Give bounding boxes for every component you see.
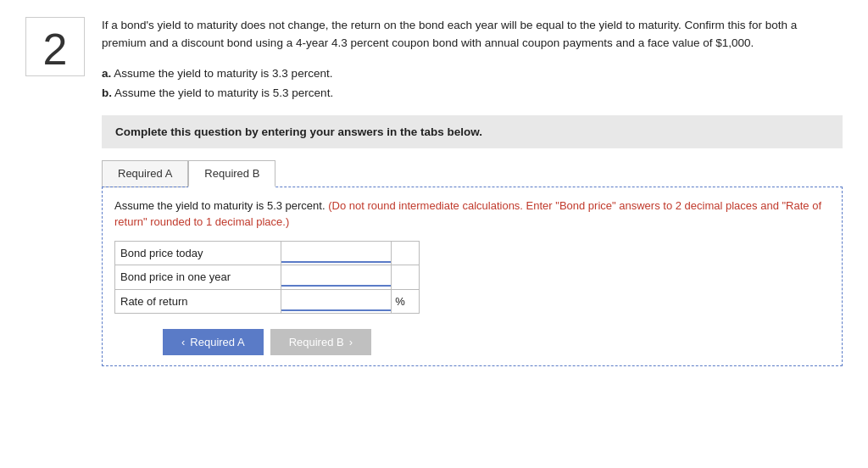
- assumptions: a. Assume the yield to maturity is 3.3 p…: [102, 64, 843, 103]
- row-input-cell-2[interactable]: [281, 289, 392, 314]
- table-row: Bond price today: [115, 241, 420, 265]
- tab-required-b[interactable]: Required B: [188, 160, 275, 187]
- data-table-wrapper: Bond price todayBond price in one yearRa…: [114, 241, 420, 315]
- tab-instruction: Assume the yield to maturity is 5.3 perc…: [114, 198, 830, 231]
- content-area: If a bond's yield to maturity does not c…: [102, 17, 843, 366]
- next-button[interactable]: Required B ›: [270, 329, 371, 355]
- intro-text: If a bond's yield to maturity does not c…: [102, 17, 843, 53]
- row-input-1[interactable]: [281, 267, 392, 287]
- assumption-a: a. Assume the yield to maturity is 3.3 p…: [102, 64, 843, 84]
- row-label-1: Bond price in one year: [115, 265, 281, 290]
- prev-arrow-icon: ‹: [181, 336, 185, 348]
- row-input-0[interactable]: [281, 243, 392, 263]
- row-label-2: Rate of return: [115, 289, 281, 314]
- assumption-b: b. Assume the yield to maturity is 5.3 p…: [102, 84, 843, 103]
- instruction-box: Complete this question by entering your …: [102, 115, 843, 148]
- row-input-cell-0[interactable]: [281, 241, 392, 265]
- tab-required-a[interactable]: Required A: [102, 160, 188, 187]
- row-label-0: Bond price today: [115, 241, 281, 265]
- next-button-label: Required B: [289, 336, 344, 348]
- tab-content: Assume the yield to maturity is 5.3 perc…: [102, 187, 843, 367]
- row-input-2[interactable]: [281, 292, 392, 311]
- instruction-text: Complete this question by entering your …: [115, 125, 482, 138]
- assumption-b-text: Assume the yield to maturity is 5.3 perc…: [114, 86, 333, 99]
- assumption-b-label: b.: [102, 86, 112, 99]
- prev-button-label: Required A: [190, 336, 244, 348]
- bottom-nav: ‹ Required A Required B ›: [114, 329, 420, 355]
- tab-row: Required A Required B: [102, 160, 843, 187]
- assumption-a-text: Assume the yield to maturity is 3.3 perc…: [114, 67, 332, 80]
- next-arrow-icon: ›: [349, 336, 353, 348]
- assumption-a-label: a.: [102, 67, 111, 80]
- prev-button[interactable]: ‹ Required A: [163, 329, 264, 355]
- row-unit-1: [392, 265, 420, 290]
- table-row: Bond price in one year: [115, 265, 420, 290]
- question-number: 2: [25, 17, 85, 76]
- data-table: Bond price todayBond price in one yearRa…: [114, 241, 420, 315]
- row-unit-0: [392, 241, 420, 265]
- table-row: Rate of return%: [115, 289, 420, 314]
- row-input-cell-1[interactable]: [281, 265, 392, 290]
- row-unit-2: %: [392, 289, 420, 314]
- tabs-container: Required A Required B Assume the yield t…: [102, 160, 843, 367]
- tab-prefix: Assume the yield to maturity is 5.3 perc…: [114, 199, 326, 212]
